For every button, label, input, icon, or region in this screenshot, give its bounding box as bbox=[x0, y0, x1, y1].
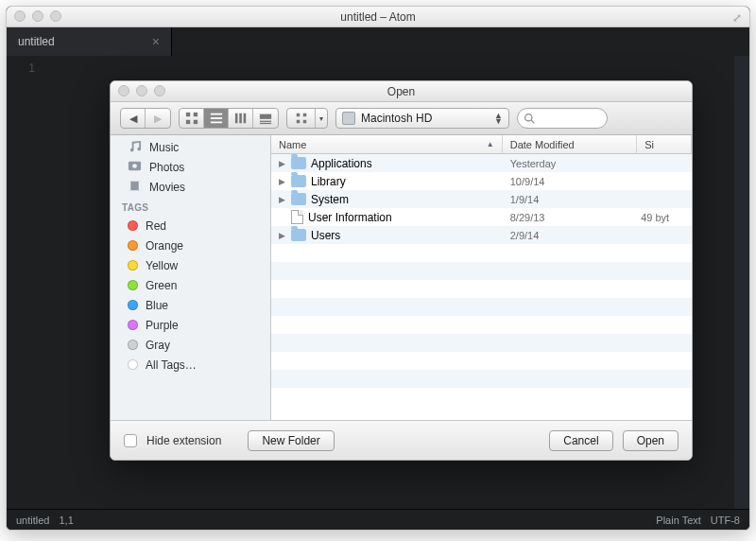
column-label: Date Modified bbox=[510, 139, 575, 150]
hard-drive-icon bbox=[342, 112, 355, 125]
traffic-light-zoom-icon[interactable] bbox=[50, 10, 61, 22]
folder-icon bbox=[291, 157, 306, 169]
sidebar-tag-item[interactable]: Yellow bbox=[111, 255, 270, 275]
atom-traffic-lights bbox=[14, 10, 61, 22]
file-date: 1/9/14 bbox=[503, 194, 637, 205]
column-label: Si bbox=[644, 139, 654, 150]
tag-label: Green bbox=[146, 279, 177, 292]
arrange-menu[interactable]: ▾ bbox=[286, 108, 328, 129]
svg-rect-0 bbox=[185, 113, 189, 116]
svg-rect-11 bbox=[260, 121, 271, 122]
svg-rect-8 bbox=[239, 113, 242, 124]
svg-rect-13 bbox=[296, 113, 300, 117]
traffic-light-min-icon[interactable] bbox=[32, 10, 43, 22]
file-row[interactable]: ▶ApplicationsYesterday bbox=[271, 154, 692, 172]
photos-icon bbox=[128, 159, 142, 176]
hide-extension-checkbox[interactable] bbox=[124, 434, 137, 447]
status-encoding[interactable]: UTF-8 bbox=[711, 515, 740, 526]
tag-label: All Tags… bbox=[146, 358, 197, 372]
location-label: Macintosh HD bbox=[361, 112, 432, 125]
new-folder-button[interactable]: New Folder bbox=[248, 430, 334, 451]
tag-dot-icon bbox=[128, 340, 138, 350]
atom-window-title: untitled – Atom bbox=[340, 10, 415, 24]
location-popup[interactable]: Macintosh HD ▲▼ bbox=[335, 108, 509, 129]
svg-rect-23 bbox=[139, 181, 141, 189]
file-pane: Name ▲ Date Modified Si ▶ApplicationsYes… bbox=[271, 135, 692, 420]
column-header-date[interactable]: Date Modified bbox=[503, 135, 637, 153]
svg-rect-6 bbox=[210, 122, 221, 124]
view-icons-button[interactable] bbox=[180, 109, 204, 128]
file-row-empty bbox=[271, 244, 692, 262]
view-list-button[interactable] bbox=[204, 109, 229, 128]
sort-asc-icon: ▲ bbox=[487, 140, 494, 148]
sidebar-tag-item[interactable]: Purple bbox=[111, 315, 270, 335]
disclosure-triangle-icon[interactable]: ▶ bbox=[277, 231, 286, 240]
file-name: Users bbox=[311, 229, 340, 242]
sidebar-tag-item[interactable]: Orange bbox=[111, 236, 270, 255]
view-coverflow-button[interactable] bbox=[253, 109, 278, 128]
svg-rect-3 bbox=[193, 120, 197, 124]
svg-rect-7 bbox=[234, 113, 237, 124]
disclosure-triangle-icon[interactable]: ▶ bbox=[277, 177, 286, 186]
nav-forward-button[interactable]: ▶ bbox=[146, 109, 170, 128]
sidebar-tag-item[interactable]: Red bbox=[111, 216, 270, 236]
sidebar-item-photos[interactable]: Photos bbox=[111, 157, 270, 177]
svg-rect-10 bbox=[260, 114, 271, 119]
sidebar-item-label: Movies bbox=[149, 181, 185, 194]
button-label: Open bbox=[637, 434, 664, 447]
search-input[interactable] bbox=[517, 108, 608, 129]
tag-label: Purple bbox=[146, 319, 179, 332]
file-name: User Information bbox=[308, 211, 392, 224]
traffic-light-min-icon[interactable] bbox=[136, 85, 147, 96]
close-icon[interactable]: × bbox=[152, 34, 160, 49]
sidebar-tag-item[interactable]: Gray bbox=[111, 335, 270, 355]
button-label: Cancel bbox=[563, 434, 598, 447]
status-filename: untitled bbox=[16, 515, 49, 526]
folder-icon bbox=[291, 193, 306, 205]
file-row[interactable]: User Information8/29/1349 byt bbox=[271, 208, 692, 226]
cancel-button[interactable]: Cancel bbox=[549, 430, 612, 451]
view-columns-button[interactable] bbox=[229, 109, 253, 128]
file-row[interactable]: ▶System1/9/14 bbox=[271, 190, 692, 208]
atom-titlebar[interactable]: untitled – Atom ⤢ bbox=[7, 7, 749, 27]
disclosure-triangle-icon[interactable]: ▶ bbox=[277, 159, 286, 168]
fullscreen-icon[interactable]: ⤢ bbox=[732, 11, 744, 23]
file-row-empty bbox=[271, 370, 692, 388]
svg-rect-14 bbox=[302, 113, 306, 117]
traffic-light-zoom-icon[interactable] bbox=[154, 85, 165, 96]
file-name: Applications bbox=[311, 157, 372, 170]
line-number: 1 bbox=[7, 61, 35, 75]
tag-dot-icon bbox=[128, 280, 138, 290]
dialog-titlebar[interactable]: Open bbox=[111, 81, 692, 102]
file-row-empty bbox=[271, 262, 692, 280]
file-row[interactable]: ▶Library10/9/14 bbox=[271, 172, 692, 190]
traffic-light-close-icon[interactable] bbox=[14, 10, 26, 22]
tab-untitled[interactable]: untitled × bbox=[7, 27, 172, 56]
tag-label: Yellow bbox=[146, 259, 178, 272]
column-header-size[interactable]: Si bbox=[637, 135, 692, 153]
file-size: 49 byt bbox=[637, 212, 692, 223]
sidebar-item-music[interactable]: Music bbox=[111, 137, 270, 157]
sidebar-header-tags: TAGS bbox=[111, 197, 270, 216]
traffic-light-close-icon[interactable] bbox=[118, 85, 129, 96]
atom-tab-bar: untitled × bbox=[7, 27, 749, 56]
file-row[interactable]: ▶Users2/9/14 bbox=[271, 226, 692, 244]
column-header-name[interactable]: Name ▲ bbox=[271, 135, 503, 153]
svg-rect-15 bbox=[296, 120, 300, 124]
dialog-toolbar: ◀ ▶ ▾ Macintosh HD ▲▼ bbox=[111, 102, 692, 135]
sidebar-tag-item[interactable]: Green bbox=[111, 275, 270, 295]
file-date: 10/9/14 bbox=[503, 176, 637, 187]
tag-label: Orange bbox=[146, 239, 183, 253]
file-date: 2/9/14 bbox=[503, 230, 637, 241]
sidebar-tag-item[interactable]: All Tags… bbox=[111, 355, 270, 375]
status-cursor: 1,1 bbox=[59, 515, 73, 526]
status-grammar[interactable]: Plain Text bbox=[656, 515, 701, 526]
nav-back-button[interactable]: ◀ bbox=[121, 109, 146, 128]
tag-dot-icon bbox=[128, 320, 138, 330]
file-name: Library bbox=[311, 175, 346, 188]
disclosure-triangle-icon[interactable]: ▶ bbox=[277, 195, 286, 204]
atom-status-bar: untitled 1,1 Plain Text UTF-8 bbox=[7, 509, 749, 530]
sidebar-tag-item[interactable]: Blue bbox=[111, 295, 270, 315]
open-button[interactable]: Open bbox=[623, 430, 679, 451]
sidebar-item-movies[interactable]: Movies bbox=[111, 177, 270, 197]
